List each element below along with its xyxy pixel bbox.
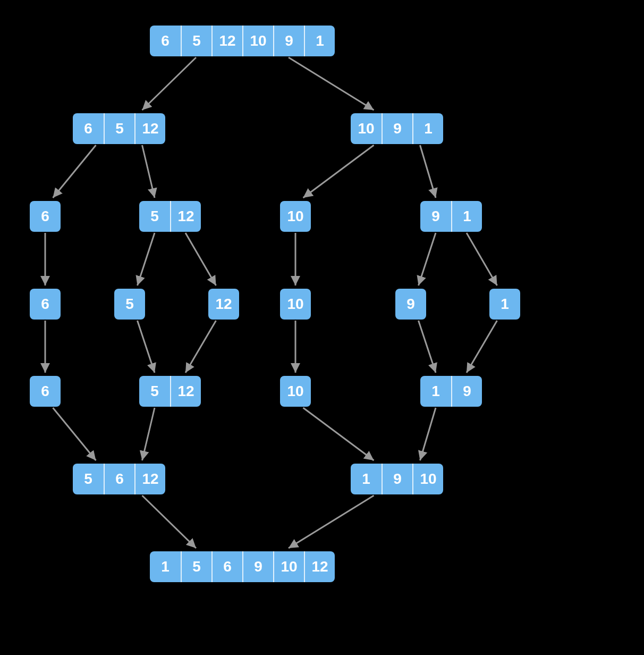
- array-cell: 5: [139, 376, 170, 407]
- arrow: [142, 408, 155, 460]
- array-node-R3c: 1: [489, 289, 520, 320]
- array-cell: 12: [304, 551, 335, 582]
- array-cell: 9: [451, 376, 482, 407]
- array-cell: 10: [273, 551, 304, 582]
- array-cell: 12: [208, 289, 239, 320]
- array-cell: 12: [170, 376, 201, 407]
- array-cell: 1: [412, 113, 443, 144]
- array-node-R2a: 10: [280, 201, 311, 232]
- arrow: [419, 321, 436, 373]
- array-node-final: 15691012: [150, 551, 335, 582]
- array-node-L3a: 6: [30, 289, 61, 320]
- arrow: [420, 408, 436, 460]
- array-cell: 10: [280, 289, 311, 320]
- arrow: [467, 321, 497, 373]
- array-node-L1: 6512: [73, 113, 165, 144]
- array-cell: 5: [73, 464, 104, 494]
- array-node-R4a: 10: [280, 376, 311, 407]
- array-cell: 1: [351, 464, 382, 494]
- array-node-L2b: 512: [139, 201, 201, 232]
- array-node-L3c: 12: [208, 289, 239, 320]
- array-cell: 6: [30, 376, 61, 407]
- array-cell: 6: [30, 201, 61, 232]
- arrow: [142, 496, 197, 548]
- array-node-L4b: 512: [139, 376, 201, 407]
- arrow: [289, 496, 374, 548]
- array-cell: 9: [273, 26, 304, 56]
- array-cell: 1: [304, 26, 335, 56]
- array-cell: 12: [134, 464, 165, 494]
- array-cell: 12: [211, 26, 242, 56]
- array-cell: 1: [420, 376, 451, 407]
- array-cell: 10: [412, 464, 443, 494]
- arrow: [185, 233, 216, 285]
- array-cell: 10: [280, 376, 311, 407]
- arrow: [303, 145, 374, 198]
- array-cell: 9: [242, 551, 273, 582]
- array-cell: 1: [150, 551, 181, 582]
- array-cell: 12: [134, 113, 165, 144]
- arrow: [138, 233, 155, 285]
- array-node-R3b: 9: [395, 289, 426, 320]
- array-cell: 5: [139, 201, 170, 232]
- array-cell: 5: [181, 551, 211, 582]
- array-node-L2a: 6: [30, 201, 61, 232]
- arrow: [185, 321, 216, 373]
- array-node-R1: 1091: [351, 113, 443, 144]
- array-cell: 6: [150, 26, 181, 56]
- array-node-L4a: 6: [30, 376, 61, 407]
- array-cell: 12: [170, 201, 201, 232]
- array-node-R3a: 10: [280, 289, 311, 320]
- array-cell: 6: [104, 464, 134, 494]
- array-node-L3b: 5: [114, 289, 145, 320]
- merge-sort-diagram: 6512109165121091651210916512109165121019…: [0, 0, 644, 655]
- arrow: [289, 57, 374, 110]
- array-cell: 9: [420, 201, 451, 232]
- array-node-root: 65121091: [150, 26, 335, 56]
- array-cell: 1: [451, 201, 482, 232]
- array-cell: 6: [73, 113, 104, 144]
- array-cell: 9: [382, 113, 412, 144]
- arrow: [138, 321, 155, 373]
- array-cell: 10: [280, 201, 311, 232]
- array-cell: 9: [382, 464, 412, 494]
- array-node-L5: 5612: [73, 464, 165, 494]
- arrow: [419, 233, 436, 285]
- arrow: [420, 145, 436, 198]
- array-node-R2b: 91: [420, 201, 482, 232]
- array-cell: 1: [489, 289, 520, 320]
- arrow: [142, 145, 155, 198]
- array-cell: 10: [242, 26, 273, 56]
- array-cell: 6: [211, 551, 242, 582]
- array-node-R5: 1910: [351, 464, 443, 494]
- array-node-R4b: 19: [420, 376, 482, 407]
- array-cell: 5: [181, 26, 211, 56]
- array-cell: 5: [104, 113, 134, 144]
- arrow: [303, 408, 374, 460]
- array-cell: 9: [395, 289, 426, 320]
- arrow: [142, 57, 197, 110]
- array-cell: 10: [351, 113, 382, 144]
- array-cell: 6: [30, 289, 61, 320]
- arrow: [53, 145, 96, 198]
- array-cell: 5: [114, 289, 145, 320]
- arrow: [53, 408, 96, 460]
- arrow: [467, 233, 497, 285]
